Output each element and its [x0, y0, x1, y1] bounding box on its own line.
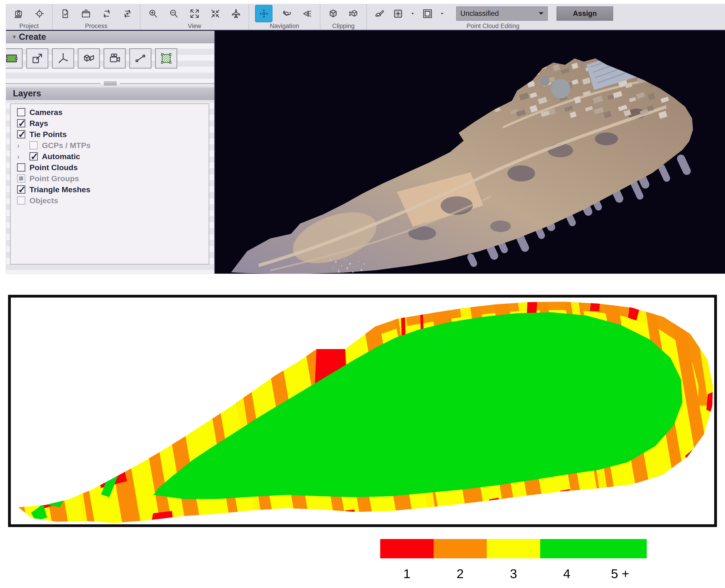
- layer-row-point-groups: Point Groups: [11, 173, 209, 184]
- toolbar-group-navigation: Navigation: [248, 4, 320, 30]
- legend-segment: [380, 539, 434, 558]
- toolbar-group-label: Navigation: [270, 23, 299, 29]
- layer-row-rays: Rays: [11, 118, 209, 129]
- layer-checkbox[interactable]: [17, 196, 25, 205]
- legend-segment: [487, 539, 540, 558]
- t-line-icon: [134, 51, 147, 65]
- legend-label: 2: [434, 566, 487, 581]
- t-poly-button[interactable]: [155, 48, 177, 68]
- layers-list: CamerasRaysTie Points›GCPs / MTPs›Automa…: [10, 104, 209, 265]
- expander-icon[interactable]: ›: [17, 152, 25, 160]
- doc-check-button[interactable]: [58, 7, 72, 20]
- classification-dropdown[interactable]: Unclassified: [456, 6, 548, 21]
- layer-label: Objects: [29, 196, 58, 205]
- t-cubeplane-icon: [82, 51, 96, 65]
- overlap-map-canvas: [11, 298, 714, 524]
- photogrammetry-app-window: Project Process View Navigation Clipping: [6, 4, 725, 274]
- t-videocam-button[interactable]: [104, 48, 126, 68]
- sync-plus-button[interactable]: [121, 7, 134, 20]
- target-button[interactable]: [33, 7, 46, 20]
- pan-button[interactable]: [255, 5, 273, 22]
- layer-label: Point Clouds: [29, 163, 78, 172]
- legend-segment: [434, 539, 487, 558]
- assign-button[interactable]: Assign: [557, 6, 613, 21]
- t-line-button[interactable]: [129, 48, 152, 68]
- toolbar-group-process: Process: [52, 4, 140, 30]
- layer-label: Tie Points: [29, 130, 67, 139]
- legend-label: 1: [380, 566, 434, 581]
- t-cubeplane-button[interactable]: [78, 48, 100, 68]
- layer-checkbox[interactable]: [17, 163, 25, 171]
- create-panel-title: Create: [19, 32, 46, 42]
- brush-cloud-button[interactable]: [373, 7, 386, 20]
- doc-check-icon: [60, 8, 71, 19]
- toolbar-group-label: View: [188, 23, 201, 29]
- layer-checkbox[interactable]: [17, 130, 25, 139]
- zoom-in-button[interactable]: [146, 7, 160, 20]
- layer-checkbox[interactable]: [17, 174, 25, 183]
- layer-row-cameras: Cameras: [11, 107, 209, 118]
- zoom-in-icon: [148, 8, 159, 19]
- folder-button[interactable]: [79, 7, 93, 20]
- cube-icon: [328, 8, 339, 19]
- layer-checkbox[interactable]: [17, 108, 25, 117]
- toolbar-group-label: Clipping: [332, 23, 355, 29]
- layer-checkbox[interactable]: [17, 119, 25, 127]
- layer-label: Cameras: [29, 108, 63, 117]
- cube-arrows-button[interactable]: [347, 7, 360, 20]
- dropdown-caret-button[interactable]: [410, 7, 416, 20]
- t-resize-button[interactable]: [26, 48, 48, 68]
- layer-checkbox[interactable]: [29, 141, 38, 149]
- contract-icon: [210, 8, 221, 19]
- view-buttons: [146, 4, 243, 23]
- cube-arrows-icon: [348, 8, 359, 19]
- legend-label: 3: [487, 566, 540, 581]
- create-panel-header: ▾ Create: [6, 31, 214, 43]
- legend-segment: [540, 539, 647, 558]
- point-cloud-editing-buttons: Unclassified Assign: [373, 4, 613, 23]
- sel-rect-button[interactable]: [421, 7, 434, 20]
- brush-cloud-icon: [374, 8, 385, 19]
- camera-stack-button[interactable]: [12, 7, 25, 20]
- zoom-out-button[interactable]: [167, 7, 180, 20]
- contract-button[interactable]: [208, 7, 222, 20]
- panel-splitter[interactable]: [6, 80, 214, 87]
- toolbar-group-label: Project: [19, 23, 39, 29]
- clipping-buttons: [326, 4, 360, 23]
- chevron-down-icon: [539, 12, 544, 17]
- sel-rect-icon: [422, 8, 433, 19]
- cube-button[interactable]: [326, 7, 340, 20]
- orbit-icon: [281, 8, 292, 19]
- expander-icon[interactable]: ›: [17, 142, 25, 149]
- t-axes-icon: [56, 51, 70, 65]
- plane-button[interactable]: [229, 7, 243, 20]
- t-rect-button[interactable]: [6, 48, 23, 68]
- sync-button[interactable]: [100, 7, 113, 20]
- caret-icon: [440, 11, 444, 16]
- viewport-scene: [215, 31, 725, 274]
- layer-row-triangle-meshes: Triangle Meshes: [11, 184, 209, 195]
- splitter-grip-icon: [104, 82, 117, 85]
- look-icon: [302, 8, 313, 19]
- layer-row-objects: Objects: [11, 195, 209, 206]
- legend-label: 4: [540, 566, 593, 581]
- pce-tool-buttons: [373, 7, 445, 20]
- layer-checkbox[interactable]: [29, 152, 38, 161]
- layer-row-gcps-mtps: ›GCPs / MTPs: [11, 140, 209, 151]
- dropdown-caret-button[interactable]: [439, 7, 445, 20]
- expand-button[interactable]: [188, 7, 201, 20]
- orbit-button[interactable]: [280, 7, 293, 20]
- legend-label: 5 +: [593, 566, 647, 581]
- toolbar-group-label: Process: [85, 23, 107, 29]
- legend-color-bar: [380, 539, 647, 558]
- sel-plus-button[interactable]: [391, 7, 405, 20]
- t-axes-button[interactable]: [52, 48, 74, 68]
- overlap-legend: 12345 +: [380, 539, 647, 581]
- zoom-out-icon: [168, 8, 179, 19]
- layer-checkbox[interactable]: [17, 185, 25, 194]
- target-icon: [34, 8, 45, 19]
- viewport-3d[interactable]: [215, 31, 725, 274]
- look-button[interactable]: [301, 7, 314, 20]
- toolbar-group-clipping: Clipping: [320, 4, 366, 30]
- collapse-caret-icon[interactable]: ▾: [13, 34, 16, 40]
